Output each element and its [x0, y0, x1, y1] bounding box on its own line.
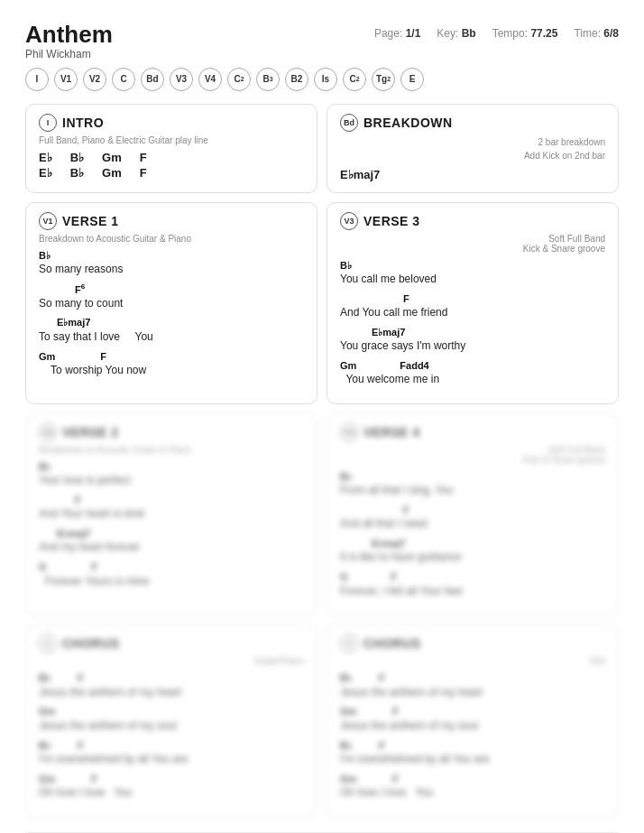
verse1-chord-4: GmF: [39, 350, 304, 363]
nav-circle-V4[interactable]: V4: [198, 68, 222, 91]
nav-circle-C2[interactable]: C2: [227, 68, 251, 91]
intro-chord-bb2: B♭: [70, 166, 84, 180]
verse2-section: V2 VERSE 2 Breakdown to Acoustic Guitar …: [25, 413, 317, 615]
verse1-chord-1: B♭: [39, 249, 304, 262]
intro-chord-eb1: E♭: [39, 151, 52, 164]
verse3-line-3: E♭maj7 You grace says I'm worthy: [340, 326, 605, 354]
verse3-lyric-1: You call me beloved: [340, 272, 605, 287]
verse1-line-2: F6 So many to count: [39, 282, 304, 311]
nav-circle-C2b[interactable]: C2: [343, 68, 366, 91]
breakdown-title: BREAKDOWN: [363, 116, 453, 130]
verse4-subtitle: Soft Full Band Kick & Snare groove: [340, 445, 605, 465]
verse4-content: B♭ From all that I sing, You F And all t…: [340, 470, 605, 598]
chorus2-header: C CHORUS: [340, 634, 605, 653]
verse3-title: VERSE 3: [363, 214, 420, 228]
intro-subtitle: Full Band, Piano & Electric Guitar play …: [39, 135, 304, 145]
chorus2-subtitle: N/A: [340, 656, 605, 666]
title-block: Anthem Phil Wickham: [25, 22, 113, 60]
verse1-subtitle: Breakdown to Acoustic Guitar & Piano: [39, 234, 304, 244]
breakdown-note-1: 2 bar breakdown: [340, 135, 605, 149]
intro-chord-gm1: Gm: [102, 151, 122, 164]
verse1-badge: V1: [39, 212, 57, 230]
artist-name: Phil Wickham: [25, 48, 113, 60]
song-title: Anthem: [25, 22, 113, 48]
verse1-line-3: E♭maj7 To say that I love You: [39, 316, 304, 344]
verse3-lyric-4: You welcome me in: [340, 372, 605, 387]
chorus2-badge: C: [340, 634, 358, 653]
breakdown-chord: E♭maj7: [340, 168, 605, 181]
breakdown-header: Bd BREAKDOWN: [340, 114, 605, 132]
breakdown-badge: Bd: [340, 114, 358, 132]
verse3-chord-1: B♭: [340, 259, 605, 272]
nav-circle-I[interactable]: I: [25, 68, 49, 91]
page-info: Page: 1/1: [374, 27, 420, 40]
verse2-badge: V2: [39, 423, 57, 441]
verse2-content: B♭ Your love is perfect F And Your heart…: [39, 460, 304, 588]
chorus2-section: C CHORUS N/A B♭F Jesus the anthem of my …: [327, 625, 619, 817]
verse1-section: V1 VERSE 1 Breakdown to Acoustic Guitar …: [25, 202, 317, 404]
verse3-subtitle: Soft Full Band Kick & Snare groove: [340, 234, 605, 254]
verse1-title: VERSE 1: [62, 214, 119, 228]
verse1-chord-2: F6: [39, 282, 304, 296]
verse3-subtitle-1: Soft Full Band: [340, 234, 605, 244]
verse4-section: V4 VERSE 4 Soft Full Band Kick & Snare g…: [327, 413, 619, 615]
intro-chord-gm2: Gm: [102, 166, 122, 180]
chorus1-title: CHORUS: [62, 636, 120, 651]
nav-circle-Is[interactable]: Is: [314, 68, 337, 91]
verse4-header: V4 VERSE 4: [340, 423, 605, 441]
verse1-lyric-1: So many reasons: [39, 262, 304, 277]
verse3-chord-3: E♭maj7: [340, 326, 605, 338]
verse1-content: B♭ So many reasons F6 So many to count E…: [39, 249, 304, 378]
verse1-header: V1 VERSE 1: [39, 212, 304, 230]
breakdown-notes: 2 bar breakdown Add Kick on 2nd bar: [340, 135, 605, 162]
breakdown-section: Bd BREAKDOWN 2 bar breakdown Add Kick on…: [327, 104, 619, 193]
nav-circle-E[interactable]: E: [400, 68, 424, 91]
verse1-line-4: GmF To worship You now: [39, 350, 304, 378]
intro-header: I INTRO: [39, 114, 304, 132]
nav-circle-V3[interactable]: V3: [170, 68, 193, 91]
verse3-badge: V3: [340, 212, 358, 230]
verse1-lyric-3: To say that I love You: [39, 329, 304, 345]
sections-grid: I INTRO Full Band, Piano & Electric Guit…: [25, 104, 619, 818]
verse3-content: B♭ You call me beloved F And You call me…: [340, 259, 605, 387]
chorus2-content: B♭F Jesus the anthem of my heart GmF Jes…: [340, 671, 605, 800]
nav-circle-Tg2[interactable]: Tg2: [372, 68, 395, 91]
tempo-info: Tempo: 77.25: [492, 27, 558, 40]
key-info: Key: Bb: [437, 27, 475, 40]
nav-circle-B3[interactable]: B3: [256, 68, 280, 91]
navigation-circles: I V1 V2 C Bd V3 V4 C2 B3 B2 Is C2 Tg2 E: [25, 68, 619, 91]
verse3-line-2: F And You call me friend: [340, 292, 605, 320]
page-header: Anthem Phil Wickham Page: 1/1 Key: Bb Te…: [25, 22, 619, 60]
verse1-chord-3: E♭maj7: [39, 316, 304, 329]
verse3-section: V3 VERSE 3 Soft Full Band Kick & Snare g…: [327, 202, 619, 404]
verse1-lyric-4: To worship You now: [39, 363, 304, 378]
verse1-line-1: B♭ So many reasons: [39, 249, 304, 277]
intro-chord-row-2: E♭ B♭ Gm F: [39, 166, 304, 180]
intro-chord-eb2: E♭: [39, 166, 52, 180]
intro-title: INTRO: [62, 116, 104, 130]
breakdown-note-2: Add Kick on 2nd bar: [340, 149, 605, 162]
verse2-header: V2 VERSE 2: [39, 423, 304, 441]
intro-chord-row-1: E♭ B♭ Gm F: [39, 151, 304, 164]
verse4-badge: V4: [340, 423, 358, 441]
verse1-lyric-2: So many to count: [39, 296, 304, 311]
chorus1-content: B♭F Jesus the anthem of my heart Gm Jesu…: [39, 671, 304, 800]
verse3-subtitle-2: Kick & Snare groove: [340, 244, 605, 254]
nav-circle-C[interactable]: C: [112, 68, 135, 91]
nav-circle-Bd[interactable]: Bd: [141, 68, 164, 91]
intro-chord-f1: F: [140, 151, 147, 164]
verse3-line-4: GmFadd4 You welcome me in: [340, 359, 605, 387]
verse3-lyric-3: You grace says I'm worthy: [340, 338, 605, 354]
intro-badge: I: [39, 114, 57, 132]
nav-circle-B2[interactable]: B2: [285, 68, 308, 91]
verse4-title: VERSE 4: [363, 425, 420, 440]
verse3-chord-4: GmFadd4: [340, 359, 605, 372]
chorus1-badge: C: [39, 634, 57, 653]
chorus1-header: C CHORUS: [39, 634, 304, 653]
verse3-lyric-2: And You call me friend: [340, 305, 605, 320]
nav-circle-V1[interactable]: V1: [54, 68, 78, 91]
nav-circle-V2[interactable]: V2: [83, 68, 106, 91]
time-info: Time: 6/8: [574, 27, 619, 40]
verse3-chord-2: F: [340, 292, 605, 305]
chorus1-section: C CHORUS Guitar/Piano B♭F Jesus the anth…: [25, 625, 317, 817]
